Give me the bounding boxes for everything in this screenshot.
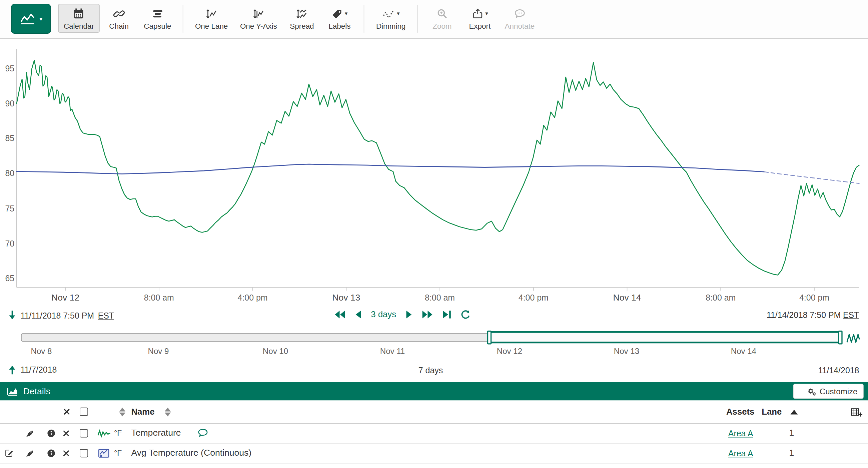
edit-icon[interactable] xyxy=(4,443,14,463)
details-panel-header: Details Customize xyxy=(0,382,868,400)
trend-logo-icon xyxy=(19,12,36,26)
display-range-duration[interactable]: 3 days xyxy=(371,310,396,320)
export-button[interactable]: ▾ Export xyxy=(462,4,498,33)
select-all-checkbox[interactable] xyxy=(80,400,88,423)
capsule-icon xyxy=(151,7,164,21)
x-axis-label: 8:00 am xyxy=(406,293,473,302)
details-row-temperature: °F Temperature Area A 1 xyxy=(0,423,868,443)
spread-label: Spread xyxy=(290,22,314,30)
item-name[interactable]: Temperature xyxy=(131,423,181,443)
lane-group: One Lane One Y-Axis xyxy=(189,4,359,33)
item-name[interactable]: Avg Temperature (Continuous) xyxy=(131,443,251,463)
remove-all-icon[interactable] xyxy=(60,400,73,423)
timebar-handle-right[interactable] xyxy=(838,330,842,345)
annotate-button[interactable]: Annotate xyxy=(499,4,540,33)
chevron-down-icon: ▾ xyxy=(397,11,400,17)
one-y-axis-icon xyxy=(252,7,265,21)
capsule-mode-group: Calendar Chain xyxy=(58,4,177,33)
step-backward-button[interactable] xyxy=(355,310,362,319)
dimming-button[interactable]: ▾ Dimming xyxy=(370,4,411,33)
skip-to-end-button[interactable] xyxy=(442,310,451,319)
y-axis-label: 70 xyxy=(0,238,14,248)
toolbar-separator xyxy=(417,5,418,33)
sort-ascending-icon[interactable] xyxy=(790,400,798,423)
remove-icon[interactable] xyxy=(62,423,70,443)
details-panel-title: Details xyxy=(23,386,50,396)
timebar-day-label: Nov 8 xyxy=(14,347,69,356)
timebar-day-label: Nov 11 xyxy=(365,347,420,356)
investigate-range-duration[interactable]: 7 days xyxy=(21,365,840,375)
unit-label: °F xyxy=(114,423,122,443)
trend-chart[interactable] xyxy=(0,39,868,306)
info-icon[interactable] xyxy=(46,443,56,463)
labels-button[interactable]: ▾ Labels xyxy=(321,4,358,33)
y-axis-label: 85 xyxy=(0,134,14,143)
row-checkbox[interactable] xyxy=(80,443,88,463)
one-y-axis-label: One Y-Axis xyxy=(240,22,277,30)
unit-label: °F xyxy=(114,443,122,463)
display-range-end: 11/14/2018 7:50 PM xyxy=(767,310,841,320)
rocket-icon[interactable] xyxy=(25,423,35,443)
display-range-start: 11/11/2018 7:50 PM xyxy=(20,311,94,320)
chain-button[interactable]: Chain xyxy=(101,4,137,33)
dimming-label: Dimming xyxy=(376,22,405,30)
zoom-button[interactable]: Zoom xyxy=(424,4,461,33)
y-axis-label: 80 xyxy=(0,169,14,178)
zoom-icon xyxy=(436,7,448,21)
sort-icon[interactable] xyxy=(118,400,126,423)
column-header-lane[interactable]: Lane xyxy=(762,400,782,423)
labels-label: Labels xyxy=(329,22,350,30)
capsule-button[interactable]: Capsule xyxy=(138,4,177,33)
row-checkbox[interactable] xyxy=(80,423,88,443)
one-lane-button[interactable]: One Lane xyxy=(189,4,234,33)
x-axis-label: 4:00 pm xyxy=(500,293,566,302)
remove-icon[interactable] xyxy=(62,443,70,463)
step-forward-button[interactable] xyxy=(405,310,412,319)
toolbar-separator xyxy=(364,5,365,33)
column-header-assets[interactable]: Assets xyxy=(726,400,754,423)
display-range-start-arrow-icon xyxy=(8,310,17,321)
info-icon[interactable] xyxy=(46,423,56,443)
column-header-name[interactable]: Name xyxy=(131,400,154,423)
one-lane-icon xyxy=(205,7,218,21)
y-axis-label: 65 xyxy=(0,273,14,283)
rocket-icon[interactable] xyxy=(25,443,35,463)
chevron-down-icon: ▾ xyxy=(345,11,347,17)
timezone-link[interactable]: EST xyxy=(98,311,114,320)
lane-value: 1 xyxy=(785,443,798,463)
one-lane-label: One Lane xyxy=(195,22,228,30)
signal-overview-icon[interactable] xyxy=(846,330,860,347)
timebar-selection[interactable] xyxy=(488,331,842,344)
actions-group: Zoom ▾ Export xyxy=(423,4,540,33)
view-selector-button[interactable]: ▾ xyxy=(11,4,51,34)
details-chart-icon xyxy=(7,387,18,396)
table-customize-icon[interactable] xyxy=(850,400,863,423)
customize-button[interactable]: Customize xyxy=(793,384,864,399)
trend-plot-area: 65707580859095Nov 128:00 am4:00 pmNov 13… xyxy=(0,39,868,306)
calendar-button[interactable]: Calendar xyxy=(58,4,99,33)
annotation-bubble-icon[interactable] xyxy=(197,423,209,443)
timebar-handle-left[interactable] xyxy=(487,330,491,345)
x-axis-label: 8:00 am xyxy=(126,293,192,302)
timezone-link[interactable]: EST xyxy=(843,310,859,320)
asset-link[interactable]: Area A xyxy=(726,443,755,463)
spread-icon xyxy=(296,7,309,21)
chevron-down-icon: ▾ xyxy=(485,11,488,17)
x-axis-label: 4:00 pm xyxy=(219,293,286,302)
avg-signal-icon xyxy=(98,443,110,463)
asset-link[interactable]: Area A xyxy=(726,423,755,443)
one-y-axis-button[interactable]: One Y-Axis xyxy=(235,4,282,33)
chain-icon xyxy=(113,7,125,21)
fast-forward-button[interactable] xyxy=(422,310,433,319)
sort-icon[interactable] xyxy=(164,400,172,423)
trend-workbench: ▾ Calendar xyxy=(0,0,868,468)
dimming-icon xyxy=(382,8,396,20)
refresh-button[interactable] xyxy=(461,310,470,320)
spread-button[interactable]: Spread xyxy=(284,4,320,33)
x-axis-label: Nov 14 xyxy=(594,293,660,303)
annotate-icon xyxy=(514,7,526,21)
x-axis-label: 4:00 pm xyxy=(781,293,847,302)
chain-label: Chain xyxy=(109,22,129,30)
fast-backward-button[interactable] xyxy=(335,310,345,319)
zoom-label: Zoom xyxy=(433,22,452,30)
